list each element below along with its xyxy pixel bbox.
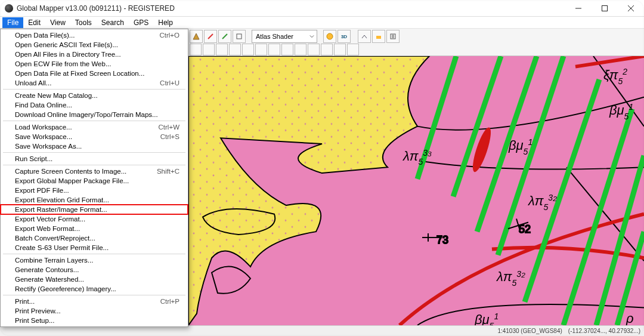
tool-icon[interactable]: [216, 44, 228, 56]
file-menu-item[interactable]: Create S-63 User Permit File...: [1, 243, 188, 252]
menu-item-label: Print Setup...: [15, 317, 54, 324]
file-menu-item[interactable]: Combine Terrain Layers...: [1, 255, 188, 265]
file-menu-item[interactable]: Open Data File at Fixed Screen Location.…: [1, 69, 188, 78]
file-menu-item[interactable]: Open Generic ASCII Text File(s)...: [1, 40, 188, 50]
svg-marker-1: [193, 33, 199, 39]
tool-icon[interactable]: [358, 30, 371, 43]
svg-text:ρ: ρ: [626, 311, 634, 325]
tool-icon[interactable]: [229, 44, 241, 56]
tool-icon[interactable]: [190, 30, 203, 43]
file-menu-item[interactable]: Unload All...Ctrl+U: [1, 78, 188, 88]
menu-gps[interactable]: GPS: [129, 17, 153, 28]
svg-rect-4: [376, 36, 381, 39]
file-menu-item[interactable]: Batch Convert/Reproject...: [1, 233, 188, 243]
window-title: Global Mapper v13.00 (b091211) - REGISTE…: [17, 4, 565, 13]
tool-icon[interactable]: [386, 30, 400, 43]
tool-icon[interactable]: 3D: [338, 30, 351, 43]
tool-icon[interactable]: [295, 44, 306, 56]
file-menu-item[interactable]: Export Global Mapper Package File...: [1, 176, 188, 186]
menu-item-shortcut: Shift+C: [157, 168, 179, 175]
menu-separator: [3, 89, 185, 90]
file-menu-item[interactable]: Print Preview...: [1, 306, 188, 316]
status-coords: (-112.37024..., 40.27932...): [568, 328, 640, 334]
tool-icon[interactable]: [323, 30, 336, 43]
menu-item-label: Export Raster/Image Format...: [15, 206, 107, 213]
menu-item-label: Run Script...: [15, 155, 52, 162]
tool-icon[interactable]: [255, 44, 267, 56]
menu-item-label: Open Generic ASCII Text File(s)...: [15, 41, 118, 48]
close-button[interactable]: [618, 0, 644, 17]
file-menu-item[interactable]: Run Script...: [1, 154, 188, 164]
menu-item-label: Save Workspace As...: [15, 143, 82, 150]
file-menu-item[interactable]: Capture Screen Contents to Image...Shift…: [1, 167, 188, 176]
file-menu-item[interactable]: Open ECW File from the Web...: [1, 59, 188, 69]
menu-item-label: Download Online Imagery/Topo/Terrain Map…: [15, 111, 158, 118]
tool-icon[interactable]: [308, 44, 320, 56]
menu-item-label: Combine Terrain Layers...: [15, 257, 93, 264]
tool-icon[interactable]: [268, 44, 280, 56]
menu-item-label: Open Data File at Fixed Screen Location.…: [15, 70, 144, 77]
tool-icon[interactable]: [334, 44, 346, 56]
file-menu-item[interactable]: Open Data File(s)...Ctrl+O: [1, 30, 188, 40]
maximize-button[interactable]: [592, 0, 618, 17]
menu-file[interactable]: File: [2, 17, 23, 28]
tool-icon[interactable]: [321, 44, 333, 56]
minimize-button[interactable]: [565, 0, 592, 17]
file-menu-item[interactable]: Download Online Imagery/Topo/Terrain Map…: [1, 110, 188, 119]
menu-view[interactable]: View: [45, 17, 70, 28]
tool-icon[interactable]: [204, 30, 217, 43]
map-label: 52: [519, 223, 531, 235]
status-scale: 1:41030 (GEO_WGS84): [497, 328, 562, 334]
file-menu-item[interactable]: Print...Ctrl+P: [1, 297, 188, 306]
file-menu-dropdown: Open Data File(s)...Ctrl+OOpen Generic A…: [0, 29, 188, 327]
menu-tools[interactable]: Tools: [70, 17, 97, 28]
svg-point-3: [327, 33, 333, 39]
tool-icon[interactable]: [203, 44, 215, 56]
file-menu-item[interactable]: Load Workspace...Ctrl+W: [1, 122, 188, 132]
file-menu-item[interactable]: Rectify (Georeference) Imagery...: [1, 284, 188, 294]
svg-rect-2: [237, 34, 242, 39]
menu-item-label: Export Elevation Grid Format...: [15, 196, 109, 204]
file-menu-item[interactable]: Export Raster/Image Format...: [1, 205, 188, 214]
menu-edit[interactable]: Edit: [23, 17, 45, 28]
tool-icon[interactable]: [242, 44, 254, 56]
menu-item-label: Export PDF File...: [15, 187, 69, 194]
tool-icon[interactable]: [372, 30, 385, 43]
menu-item-shortcut: Ctrl+U: [160, 79, 179, 87]
tool-icon[interactable]: [218, 30, 231, 43]
menu-item-shortcut: Ctrl+S: [160, 133, 179, 140]
file-menu-item[interactable]: Export Elevation Grid Format...: [1, 195, 188, 205]
title-bar: Global Mapper v13.00 (b091211) - REGISTE…: [0, 0, 644, 17]
file-menu-item[interactable]: Generate Contours...: [1, 265, 188, 275]
file-menu-item[interactable]: Print Setup...: [1, 316, 188, 325]
file-menu-item[interactable]: Export Web Format...: [1, 224, 188, 233]
menu-item-shortcut: Ctrl+P: [160, 298, 179, 305]
menu-item-label: Print...: [15, 298, 35, 305]
menu-help[interactable]: Help: [153, 17, 178, 28]
shader-select[interactable]: Atlas Shader: [252, 30, 317, 43]
menu-item-label: Save Workspace...: [15, 133, 72, 140]
file-menu-item[interactable]: Export PDF File...: [1, 186, 188, 195]
tool-icon[interactable]: [347, 44, 359, 56]
file-menu-item[interactable]: Create New Map Catalog...: [1, 91, 188, 100]
menu-item-label: Open Data File(s)...: [15, 32, 75, 39]
menu-separator: [3, 165, 185, 165]
file-menu-item[interactable]: Save Workspace...Ctrl+S: [1, 132, 188, 141]
tool-icon[interactable]: [190, 44, 202, 56]
menu-item-label: Open All Files in a Directory Tree...: [15, 51, 121, 58]
tool-icon[interactable]: [281, 44, 293, 56]
menu-item-label: Generate Contours...: [15, 266, 79, 273]
menu-item-label: Generate Watershed...: [15, 276, 84, 283]
file-menu-item[interactable]: Generate Watershed...: [1, 275, 188, 284]
file-menu-item[interactable]: Find Data Online...: [1, 100, 188, 110]
menu-search[interactable]: Search: [97, 17, 129, 28]
menu-item-label: Export Web Format...: [15, 225, 80, 232]
tool-icon[interactable]: [233, 30, 246, 43]
file-menu-item[interactable]: Export Vector Format...: [1, 214, 188, 224]
menu-separator: [3, 295, 185, 295]
menu-item-label: Print Preview...: [15, 307, 61, 315]
menu-item-shortcut: Ctrl+W: [159, 124, 179, 131]
file-menu-item[interactable]: Open All Files in a Directory Tree...: [1, 50, 188, 59]
file-menu-item[interactable]: Save Workspace As...: [1, 141, 188, 151]
menu-item-label: Create New Map Catalog...: [15, 92, 98, 99]
